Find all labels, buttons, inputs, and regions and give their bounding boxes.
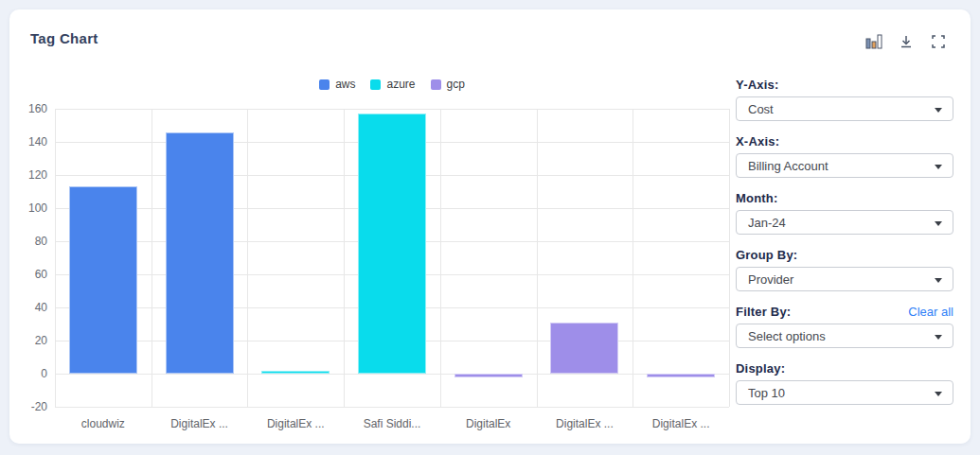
chevron-down-icon: [935, 392, 942, 396]
chevron-down-icon: [935, 108, 942, 113]
x-axis-value: Billing Account: [737, 159, 829, 173]
legend-item-aws[interactable]: aws: [319, 78, 355, 91]
y-tick-label: 20: [9, 334, 47, 347]
group-by-value: Provider: [737, 272, 793, 287]
month-value: Jan-24: [737, 216, 786, 230]
month-label: Month:: [736, 191, 778, 205]
gridline: [537, 109, 538, 407]
x-axis-label: DigitalEx ...: [151, 417, 248, 430]
gridline: [55, 407, 729, 408]
bar-aws-0[interactable]: [69, 186, 137, 374]
control-group-group-by: Group By: Provider: [736, 248, 953, 291]
gridline: [440, 109, 441, 407]
x-axis-label: DigitalEx: [440, 417, 537, 430]
y-tick-label: 60: [9, 268, 47, 281]
gridline: [633, 109, 633, 407]
legend-swatch: [319, 79, 330, 90]
y-tick-label: 40: [9, 301, 47, 314]
y-tick-label: 80: [9, 235, 47, 248]
x-axis-label: Safi Siddi...: [344, 417, 440, 430]
bar-aws-1[interactable]: [166, 132, 234, 375]
tag-chart-card: Tag Chart awsazuregcp: [9, 9, 971, 444]
bar-chart-icon: [865, 34, 882, 49]
x-axis-label: X-Axis:: [736, 134, 779, 149]
y-tick-label: 100: [9, 201, 47, 215]
y-axis-value: Cost: [737, 102, 774, 116]
gridline: [151, 109, 152, 407]
download-icon: [899, 34, 914, 49]
gridline: [55, 109, 56, 407]
fullscreen-icon: [931, 34, 946, 49]
y-axis-label: Y-Axis:: [736, 78, 778, 92]
control-group-filter-by: Filter By: Clear all Select options: [736, 305, 953, 348]
x-axis-label: DigitalEx ...: [633, 417, 729, 430]
x-axis-label: DigitalEx ...: [247, 417, 344, 430]
download-button[interactable]: [897, 32, 916, 51]
month-select[interactable]: Jan-24: [736, 210, 953, 235]
legend-label: gcp: [447, 78, 465, 91]
chart-type-button[interactable]: [864, 32, 883, 51]
filter-by-label: Filter By:: [736, 305, 791, 319]
legend-label: azure: [386, 78, 415, 91]
gridline: [344, 109, 345, 407]
chart-toolbar: [864, 32, 948, 51]
gridline: [247, 109, 248, 407]
legend-item-gcp[interactable]: gcp: [431, 78, 465, 91]
bar-gcp-4[interactable]: [454, 374, 523, 377]
y-tick-label: 120: [9, 168, 47, 182]
y-tick-label: 160: [9, 102, 47, 115]
x-axis-label: cloudwiz: [55, 417, 151, 430]
y-tick-label: 140: [9, 135, 47, 149]
chevron-down-icon: [935, 221, 942, 226]
fullscreen-button[interactable]: [929, 32, 948, 51]
y-tick-label: -20: [9, 400, 47, 413]
x-axis-label: DigitalEx ...: [537, 417, 633, 430]
display-label: Display:: [736, 361, 785, 376]
chart-legend: awsazuregcp: [55, 78, 729, 91]
control-group-y-axis: Y-Axis: Cost: [736, 78, 953, 121]
control-group-month: Month: Jan-24: [736, 191, 953, 235]
bar-azure-2[interactable]: [261, 371, 330, 375]
gridline: [729, 109, 730, 407]
display-select[interactable]: Top 10: [736, 380, 953, 405]
chevron-down-icon: [935, 335, 942, 340]
group-by-select[interactable]: Provider: [736, 267, 953, 291]
filter-by-select[interactable]: Select options: [736, 324, 953, 348]
group-by-label: Group By:: [736, 248, 797, 262]
bar-azure-3[interactable]: [358, 114, 426, 374]
legend-swatch: [431, 79, 441, 90]
page-title: Tag Chart: [30, 30, 98, 46]
display-value: Top 10: [737, 386, 785, 400]
clear-all-link[interactable]: Clear all: [908, 305, 953, 319]
legend-label: aws: [335, 78, 355, 91]
legend-item-azure[interactable]: azure: [370, 78, 415, 91]
chevron-down-icon: [935, 278, 942, 283]
bar-gcp-5[interactable]: [550, 323, 618, 374]
gridline: [55, 109, 729, 110]
y-axis-select[interactable]: Cost: [736, 96, 953, 121]
chart-controls-panel: Y-Axis: Cost X-Axis: Billing Account Mon…: [736, 78, 953, 418]
plot-area: [55, 109, 729, 407]
x-axis-select[interactable]: Billing Account: [736, 153, 953, 178]
gridline: [55, 374, 729, 375]
y-tick-label: 0: [9, 367, 47, 380]
bar-gcp-6[interactable]: [647, 374, 715, 377]
legend-swatch: [370, 79, 381, 90]
control-group-display: Display: Top 10: [736, 361, 953, 405]
chart-container: awsazuregcp 160140120100806040200-20clou…: [55, 66, 729, 435]
chevron-down-icon: [935, 165, 942, 169]
control-group-x-axis: X-Axis: Billing Account: [736, 134, 953, 178]
filter-by-value: Select options: [737, 329, 826, 343]
